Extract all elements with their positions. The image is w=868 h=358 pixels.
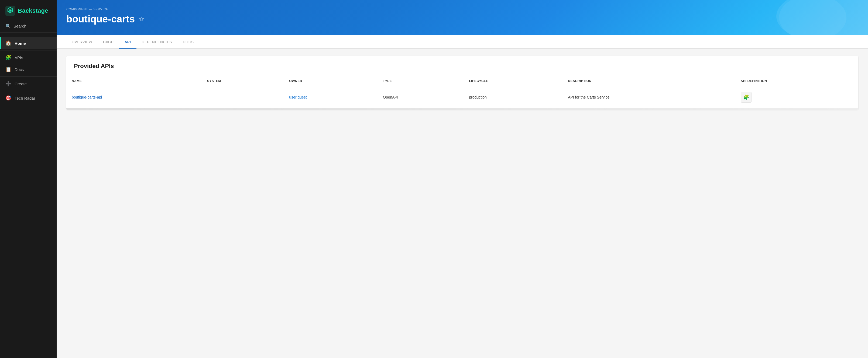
sidebar-item-label-create: Create... bbox=[14, 82, 30, 86]
col-description: DESCRIPTION bbox=[562, 75, 735, 87]
title-row: boutique-carts ☆ bbox=[66, 13, 858, 25]
search-icon: 🔍 bbox=[5, 23, 11, 29]
tab-cicd[interactable]: CI/CD bbox=[98, 35, 119, 49]
type-value: OpenAPI bbox=[383, 95, 398, 99]
breadcrumb: COMPONENT — SERVICE bbox=[66, 7, 858, 11]
table-scrollbar[interactable] bbox=[66, 108, 858, 110]
tab-api[interactable]: API bbox=[119, 35, 136, 49]
table-row: boutique-carts-api user:guest OpenAPI p bbox=[66, 87, 858, 108]
app-logo-text: Backstage bbox=[18, 7, 48, 14]
cell-lifecycle: production bbox=[464, 87, 562, 108]
tech-radar-icon: 🎯 bbox=[5, 95, 11, 101]
api-name-link[interactable]: boutique-carts-api bbox=[72, 95, 102, 99]
main-content: Provided APIs NAME SYSTEM OWNER TYPE LIF… bbox=[57, 49, 868, 358]
api-table-head: NAME SYSTEM OWNER TYPE LIFECYCLE DESCRIP… bbox=[66, 75, 858, 87]
logo-area: Backstage bbox=[0, 0, 57, 21]
sidebar-item-label-home: Home bbox=[14, 41, 26, 46]
provided-apis-card: Provided APIs NAME SYSTEM OWNER TYPE LIF… bbox=[66, 56, 858, 110]
col-name: NAME bbox=[66, 75, 202, 87]
sidebar-divider-2 bbox=[0, 76, 57, 77]
sidebar-item-label-docs: Docs bbox=[14, 67, 24, 72]
sidebar-item-create[interactable]: ➕ Create... bbox=[0, 78, 57, 90]
api-table-header-row: NAME SYSTEM OWNER TYPE LIFECYCLE DESCRIP… bbox=[66, 75, 858, 87]
api-definition-button[interactable]: 🧩 bbox=[741, 92, 751, 103]
docs-icon: 📋 bbox=[5, 66, 11, 72]
sidebar-divider-top bbox=[0, 34, 57, 34]
sidebar-item-home[interactable]: 🏠 Home bbox=[0, 37, 57, 49]
description-value: API for the Carts Service bbox=[568, 95, 610, 99]
home-icon: 🏠 bbox=[5, 40, 11, 46]
cell-action: 🧩 bbox=[735, 87, 859, 108]
owner-link[interactable]: user:guest bbox=[289, 95, 307, 99]
search-row[interactable]: 🔍 Search bbox=[0, 21, 57, 33]
sidebar-item-apis[interactable]: 🧩 APIs bbox=[0, 52, 57, 63]
card-title: Provided APIs bbox=[66, 56, 858, 75]
page-title: boutique-carts bbox=[66, 13, 135, 25]
api-definition-icon: 🧩 bbox=[743, 94, 749, 100]
sidebar-item-label-tech-radar: Tech Radar bbox=[14, 96, 35, 101]
backstage-logo-icon bbox=[5, 6, 15, 16]
api-table: NAME SYSTEM OWNER TYPE LIFECYCLE DESCRIP… bbox=[66, 75, 858, 107]
apis-icon: 🧩 bbox=[5, 55, 11, 60]
cell-system bbox=[202, 87, 284, 108]
favorite-star-icon[interactable]: ☆ bbox=[138, 16, 145, 23]
tab-bar: OVERVIEW CI/CD API DEPENDENCIES DOCS bbox=[57, 35, 868, 49]
col-api-def: API DEFINITION bbox=[735, 75, 859, 87]
cell-description: API for the Carts Service bbox=[562, 87, 735, 108]
sidebar: Backstage 🔍 Search 🏠 Home 🧩 APIs 📋 Docs … bbox=[0, 0, 57, 358]
cell-owner: user:guest bbox=[284, 87, 377, 108]
page-header: COMPONENT — SERVICE boutique-carts ☆ bbox=[57, 0, 868, 35]
main-area: COMPONENT — SERVICE boutique-carts ☆ OVE… bbox=[57, 0, 868, 358]
sidebar-item-docs[interactable]: 📋 Docs bbox=[0, 63, 57, 75]
svg-point-1 bbox=[9, 10, 11, 11]
search-label: Search bbox=[13, 24, 26, 28]
tab-docs[interactable]: DOCS bbox=[178, 35, 199, 49]
sidebar-divider-3 bbox=[0, 91, 57, 91]
tab-overview[interactable]: OVERVIEW bbox=[66, 35, 98, 49]
create-icon: ➕ bbox=[5, 81, 11, 87]
cell-name: boutique-carts-api bbox=[66, 87, 202, 108]
lifecycle-value: production bbox=[469, 95, 487, 99]
col-owner: OWNER bbox=[284, 75, 377, 87]
api-table-body: boutique-carts-api user:guest OpenAPI p bbox=[66, 87, 858, 108]
sidebar-divider-1 bbox=[0, 50, 57, 51]
col-system: SYSTEM bbox=[202, 75, 284, 87]
cell-type: OpenAPI bbox=[377, 87, 464, 108]
col-lifecycle: LIFECYCLE bbox=[464, 75, 562, 87]
sidebar-nav: 🏠 Home 🧩 APIs 📋 Docs ➕ Create... 🎯 Tech … bbox=[0, 35, 57, 106]
sidebar-item-label-apis: APIs bbox=[14, 55, 23, 60]
tab-dependencies[interactable]: DEPENDENCIES bbox=[136, 35, 178, 49]
col-type: TYPE bbox=[377, 75, 464, 87]
sidebar-item-tech-radar[interactable]: 🎯 Tech Radar bbox=[0, 92, 57, 104]
